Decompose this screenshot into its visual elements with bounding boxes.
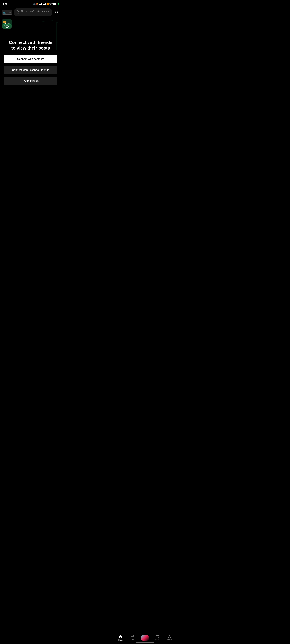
progress-ring: 99%	[4, 22, 10, 28]
battery-text: 92%	[50, 3, 53, 5]
invite-friends-button[interactable]: Invite friends	[4, 77, 58, 85]
story-row: 99%	[0, 18, 61, 30]
battery: 92%	[50, 3, 57, 5]
live-label: LIVE	[7, 11, 11, 13]
signal-bars	[39, 3, 42, 5]
main-title-text: Connect with friendsto view their posts	[9, 40, 52, 50]
live-tv-icon: 📺	[3, 11, 6, 14]
status-bar: 6:31 📹 🔕 📶 92%	[0, 0, 61, 7]
wifi-icon: 📶	[46, 3, 49, 5]
connect-facebook-button[interactable]: Connect with Facebook friends	[4, 66, 58, 74]
main-content: Connect with friendsto view their posts …	[0, 30, 61, 88]
search-button[interactable]	[54, 10, 60, 15]
green-dot-indicator	[58, 3, 59, 4]
camera-icon: 📹	[33, 3, 36, 5]
status-icons: 📹 🔕 📶 92%	[33, 3, 59, 5]
signal-bars-2	[43, 3, 46, 5]
main-title: Connect with friendsto view their posts	[9, 40, 52, 51]
mute-icon: 🔕	[36, 3, 38, 5]
search-icon	[55, 10, 58, 14]
svg-line-1	[57, 13, 58, 14]
status-time: 6:31	[2, 3, 7, 5]
live-badge-button[interactable]: 📺 LIVE	[2, 10, 12, 14]
header: 📺 LIVE Your friends haven't posted anyth…	[0, 7, 61, 18]
progress-percent: 99%	[6, 24, 8, 26]
search-placeholder-text: Your friends haven't posted anything yet…	[16, 10, 49, 15]
story-avatar[interactable]: 99%	[2, 19, 12, 29]
battery-icon	[54, 3, 57, 5]
connect-contacts-button[interactable]: Connect with contacts	[4, 55, 58, 63]
search-bar[interactable]: Your friends haven't posted anything yet…	[14, 8, 52, 16]
